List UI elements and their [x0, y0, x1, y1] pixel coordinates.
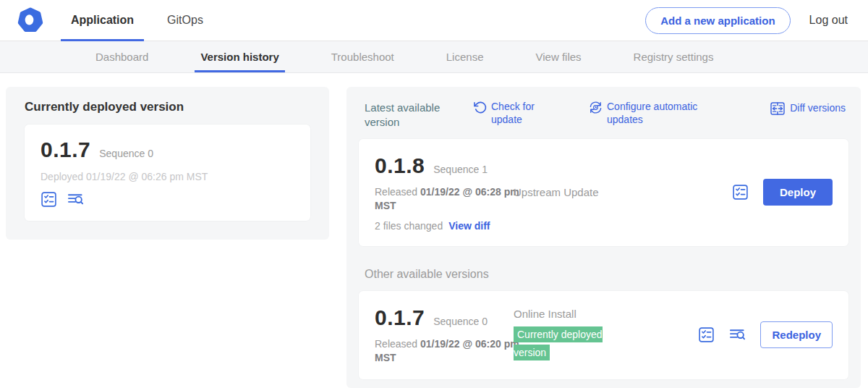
available-panel-header: Latest available version Check for updat… — [359, 99, 848, 129]
other-release-info: 0.1.7 Sequence 0 Released 01/19/22 @ 06:… — [375, 305, 514, 365]
deployed-panel-title: Currently deployed version — [25, 100, 310, 114]
other-versions-title: Other available versions — [365, 268, 848, 281]
diff-versions-button[interactable]: Diff versions — [770, 101, 846, 117]
subnav-registry-settings-label: Registry settings — [634, 51, 714, 63]
available-panel-title: Latest available version — [365, 101, 473, 129]
upstream-update-label: Upstream Update — [514, 186, 732, 198]
auto-update-clock-icon — [589, 101, 603, 114]
subnav-registry-settings[interactable]: Registry settings — [625, 41, 723, 72]
subnav-dashboard[interactable]: Dashboard — [87, 41, 157, 72]
latest-version-number: 0.1.8 — [375, 153, 425, 178]
tab-application[interactable]: Application — [61, 0, 144, 41]
deploy-button[interactable]: Deploy — [763, 179, 833, 206]
view-logs-icon[interactable] — [67, 191, 84, 208]
other-release-source: Online Install Currently deployed versio… — [514, 308, 698, 362]
subnav-dashboard-label: Dashboard — [95, 51, 148, 63]
view-logs-icon[interactable] — [729, 326, 746, 343]
released-label: Released — [375, 186, 417, 198]
other-release-actions: Redeploy — [698, 321, 833, 348]
latest-sequence: Sequence 1 — [433, 164, 488, 175]
deployed-version-number: 0.1.7 — [41, 138, 90, 162]
released-label: Released — [375, 338, 417, 350]
check-for-update-button[interactable]: Check for update — [473, 101, 589, 126]
files-changed-count: 2 files changed — [375, 220, 443, 232]
main-content: Currently deployed version 0.1.7 Sequenc… — [0, 73, 868, 388]
top-tabs: Application GitOps — [61, 0, 226, 41]
configure-automatic-updates-label: Configure automatic updates — [607, 101, 708, 126]
app-logo-icon — [17, 7, 43, 33]
other-sequence: Sequence 0 — [433, 316, 488, 327]
online-install-label: Online Install — [514, 308, 698, 320]
subnav-license-label: License — [446, 51, 484, 63]
subnav-version-history[interactable]: Version history — [192, 41, 287, 72]
configure-automatic-updates-button[interactable]: Configure automatic updates — [589, 101, 770, 126]
deployed-version-card: 0.1.7 Sequence 0 Deployed 01/19/22 @ 06:… — [25, 125, 310, 221]
top-header: Application GitOps Add a new application… — [0, 0, 868, 41]
files-changed-line: 2 files changedView diff — [375, 220, 514, 232]
tab-gitops[interactable]: GitOps — [157, 0, 213, 41]
deployed-sequence: Sequence 0 — [99, 148, 153, 159]
other-release-card: 0.1.7 Sequence 0 Released 01/19/22 @ 06:… — [359, 291, 848, 379]
latest-release-card: 0.1.8 Sequence 1 Released 01/19/22 @ 06:… — [359, 139, 848, 246]
check-for-update-label: Check for update — [491, 101, 543, 126]
latest-release-actions: Deploy — [732, 179, 833, 206]
latest-release-source: Upstream Update — [514, 186, 732, 198]
currently-deployed-badge-wrap: Currently deployed version — [514, 326, 629, 362]
available-versions-panel: Latest available version Check for updat… — [346, 87, 861, 388]
subnav-troubleshoot[interactable]: Troubleshoot — [323, 41, 403, 72]
view-diff-link[interactable]: View diff — [448, 220, 490, 232]
available-panel-actions: Check for update Configure automatic upd… — [473, 101, 846, 126]
deployed-timestamp: Deployed 01/19/22 @ 06:26 pm MST — [41, 171, 294, 182]
subnav-view-files[interactable]: View files — [527, 41, 590, 72]
refresh-icon — [473, 101, 487, 114]
logout-link[interactable]: Log out — [809, 14, 848, 27]
preflight-checks-icon[interactable] — [698, 326, 715, 343]
add-new-application-button[interactable]: Add a new application — [645, 7, 790, 34]
latest-release-info: 0.1.8 Sequence 1 Released 01/19/22 @ 06:… — [375, 153, 514, 232]
diff-versions-label: Diff versions — [790, 102, 846, 115]
subnav-troubleshoot-label: Troubleshoot — [331, 51, 394, 63]
diff-icon — [770, 101, 786, 117]
app-subnav: Dashboard Version history Troubleshoot L… — [0, 41, 868, 73]
header-right: Add a new application Log out — [645, 7, 848, 34]
tab-gitops-label: GitOps — [167, 14, 203, 27]
tab-application-label: Application — [71, 14, 134, 27]
other-version-number: 0.1.7 — [375, 305, 425, 330]
other-released-timestamp: Released 01/19/22 @ 06:20 pm MST — [375, 337, 519, 365]
subnav-view-files-label: View files — [535, 51, 581, 63]
subnav-license[interactable]: License — [438, 41, 493, 72]
preflight-checks-icon[interactable] — [41, 191, 57, 208]
redeploy-button[interactable]: Redeploy — [760, 321, 833, 348]
currently-deployed-panel: Currently deployed version 0.1.7 Sequenc… — [6, 87, 329, 240]
currently-deployed-badge: Currently deployed version — [514, 326, 603, 360]
latest-released-timestamp: Released 01/19/22 @ 06:28 pm MST — [375, 185, 519, 213]
preflight-checks-icon[interactable] — [732, 184, 749, 201]
subnav-version-history-label: Version history — [200, 51, 278, 63]
